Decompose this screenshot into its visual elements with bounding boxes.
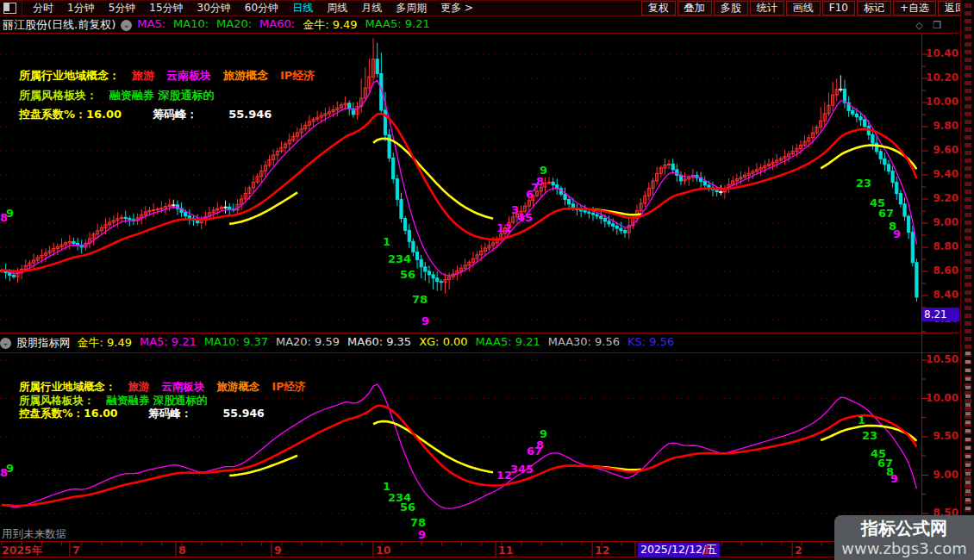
signal-number: 78 [410,517,426,528]
indicator-value-1: 金牛: 9.49 [78,335,132,351]
price-tick-label: 8.80 [924,240,958,252]
signal-number: 67 [878,208,894,219]
info-segment: IP经济 [280,69,315,82]
watermark-title: 指标公式网 [834,517,974,539]
indicator-legend: 金牛: 9.49MA5: 9.21MA10: 9.37MA20: 9.59MA6… [78,335,683,351]
price-tick-label: 9.40 [924,168,958,180]
signal-number: 9 [6,208,14,219]
indicator-value-3: MA10: 9.37 [204,335,268,351]
status-message: 用到未来数据 [2,527,66,542]
info-line-1: 所属行业地域概念：旅游云南板块旅游概念IP经济 [19,380,317,394]
time-label: 11 [498,544,513,557]
signal-number: 23 [856,177,871,189]
signal-number: 78 [412,294,428,305]
signal-number: 9 [540,428,547,439]
info-line-1: 所属行业地域概念：旅游云南板块旅游概念IP经济 [19,66,327,86]
info-segment: 旅游 [132,69,154,82]
signal-number: 8 [536,176,544,187]
signal-number: 234 [388,253,411,264]
price-tick-label: 10.40 [924,47,958,59]
current-price-tag: 8.21 [922,308,959,321]
info-line-3: 控盘系数%：16.00筹码峰：55.946 [19,105,327,125]
info-segment: 控盘系数%：16.00 [19,108,122,121]
signal-number: 345 [510,464,534,475]
signal-number: 9 [421,315,429,327]
time-label: 1 [702,544,710,557]
right-edge-strip[interactable] [960,0,974,560]
indicator-value-5: MA60: 9.35 [347,335,411,351]
info-segment: 旅游概念 [223,69,268,82]
info-segment: 所属风格板块： [19,394,95,407]
info-segment: 旅游 [128,380,150,393]
info-line-2: 所属风格板块：融资融券 深股通标的 [19,86,327,106]
indicator-value-7: MAA5: 9.21 [476,335,540,351]
price-tick-label: 10.00 [924,392,958,404]
signal-number: 1 [383,236,390,247]
signal-number: 12 [496,222,512,233]
info-segment: 筹码峰： [153,108,197,121]
signal-number: 9 [893,228,901,240]
time-label: 12 [595,544,609,557]
indicator-value-6: XG: 0.00 [419,335,467,351]
signal-number: 56 [400,269,415,280]
collapse-chevron-icon[interactable]: ⌄ [0,338,11,349]
price-tick-label: 8.40 [924,289,958,301]
time-label: 9 [274,544,282,557]
signal-number: 1 [858,414,865,426]
price-tick-label: 9.80 [924,120,958,132]
info-segment: 所属行业地域概念： [19,380,116,393]
info-line-3: 控盘系数%：16.00筹码峰：55.946 [19,407,317,420]
price-tick-label: 10.20 [924,72,958,84]
time-label: 2025年 [2,544,42,558]
indicator-value-4: MA20: 9.59 [276,335,340,351]
info-segment: IP经济 [272,380,306,393]
info-segment: 55.946 [223,407,265,420]
info-segment: 55.946 [228,108,272,121]
trading-app-window: 分时1分钟5分钟15分钟30分钟60分钟日线周线月线多周期更多 > 复权叠加多股… [0,0,974,560]
price-tick-label: 9.50 [924,430,958,442]
price-tick-label: 9.20 [924,192,958,204]
indicator-value-9: KS: 9.56 [627,335,674,351]
stock-info-block-top: 所属行业地域概念：旅游云南板块旅游概念IP经济所属风格板块：融资融券 深股通标的… [19,66,327,125]
watermark-badge: 指标公式网 www.zbgs3.com [834,515,974,560]
info-segment: 旅游概念 [217,380,260,393]
time-label: 2 [795,544,802,557]
info-line-2: 所属风格板块：融资融券 深股通标的 [19,394,317,408]
signal-number: 45 [517,212,533,223]
price-tick-label: 10.50 [924,353,958,365]
signal-number: 9 [890,473,898,484]
vertical-text-glyphs-light [965,352,971,524]
info-segment: 筹码峰： [149,407,192,420]
watermark-url: www.zbgs3.com [834,539,974,558]
price-tick-label: 10.00 [924,96,958,108]
signal-number: 8 [536,439,544,451]
info-segment: 融资融券 深股通标的 [109,89,215,102]
info-segment: 所属风格板块： [19,89,97,102]
price-tick-label: 9.00 [924,216,958,228]
info-segment: 控盘系数%：16.00 [19,407,118,420]
indicator-value-8: MAA30: 9.56 [548,335,620,351]
signal-number: 9 [540,165,547,176]
indicator-value-2: MA5: 9.21 [140,335,197,351]
signal-number: 23 [862,430,877,441]
info-segment: 融资融券 深股通标的 [107,394,208,407]
price-tick-label: 9.00 [924,469,958,481]
price-tick-label: 8.60 [924,264,958,277]
indicator-name: 股朋指标网 [16,336,71,351]
price-tick-label: 9.60 [924,144,958,156]
signal-number: 56 [400,501,415,513]
stock-info-block-bottom: 所属行业地域概念：旅游云南板块旅游概念IP经济所属风格板块：融资融券 深股通标的… [19,380,317,420]
time-label: 10 [376,544,390,557]
signal-number: 9 [6,463,14,474]
info-segment: 所属行业地域概念： [19,69,120,82]
info-segment: 云南板块 [162,380,205,393]
info-segment: 云南板块 [166,69,211,82]
indicator-panel-header: ⌄ 股朋指标网 金牛: 9.49MA5: 9.21MA10: 9.37MA20:… [0,335,957,351]
time-label: 7 [72,544,80,557]
signal-number: 9 [418,529,426,540]
time-label: 8 [178,544,186,557]
